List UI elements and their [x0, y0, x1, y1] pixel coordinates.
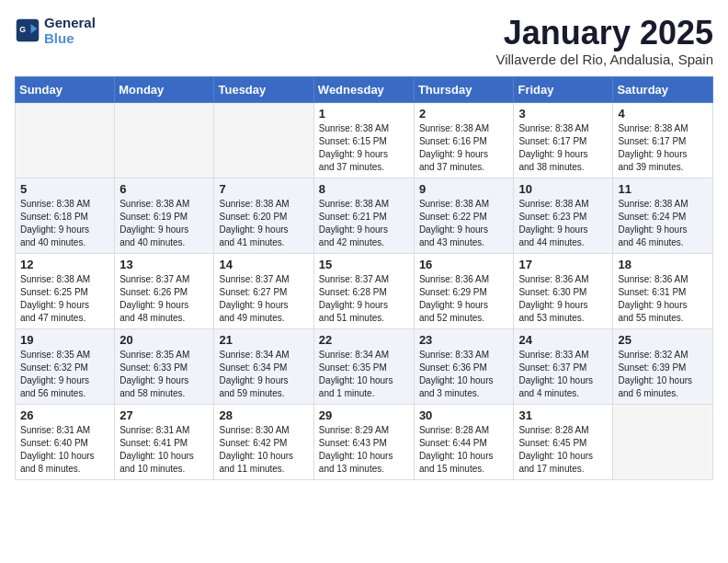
day-number: 29	[319, 408, 409, 422]
calendar-day-cell: 29Sunrise: 8:29 AM Sunset: 6:43 PM Dayli…	[313, 404, 414, 479]
calendar-day-cell: 6Sunrise: 8:38 AM Sunset: 6:19 PM Daylig…	[115, 178, 214, 253]
day-number: 19	[20, 333, 109, 347]
day-info: Sunrise: 8:38 AM Sunset: 6:17 PM Dayligh…	[518, 122, 608, 174]
day-info: Sunrise: 8:31 AM Sunset: 6:41 PM Dayligh…	[119, 424, 209, 476]
calendar-week-row: 12Sunrise: 8:38 AM Sunset: 6:25 PM Dayli…	[16, 253, 713, 328]
calendar-day-cell: 23Sunrise: 8:33 AM Sunset: 6:36 PM Dayli…	[414, 328, 514, 404]
day-number: 21	[219, 333, 308, 347]
day-info: Sunrise: 8:38 AM Sunset: 6:24 PM Dayligh…	[618, 198, 708, 249]
day-info: Sunrise: 8:37 AM Sunset: 6:27 PM Dayligh…	[219, 273, 308, 325]
day-number: 31	[518, 408, 608, 422]
day-info: Sunrise: 8:35 AM Sunset: 6:33 PM Dayligh…	[119, 349, 209, 400]
calendar-week-row: 1Sunrise: 8:38 AM Sunset: 6:15 PM Daylig…	[16, 102, 713, 178]
logo-icon: G	[15, 17, 40, 43]
svg-text:G: G	[19, 25, 26, 34]
weekday-header-saturday: Saturday	[613, 76, 713, 102]
day-info: Sunrise: 8:30 AM Sunset: 6:42 PM Dayligh…	[219, 424, 308, 476]
calendar-day-cell: 26Sunrise: 8:31 AM Sunset: 6:40 PM Dayli…	[16, 404, 115, 479]
day-number: 30	[419, 408, 509, 422]
day-info: Sunrise: 8:37 AM Sunset: 6:26 PM Dayligh…	[119, 273, 209, 325]
day-info: Sunrise: 8:34 AM Sunset: 6:35 PM Dayligh…	[319, 349, 409, 400]
day-info: Sunrise: 8:38 AM Sunset: 6:15 PM Dayligh…	[319, 122, 409, 174]
day-info: Sunrise: 8:38 AM Sunset: 6:25 PM Dayligh…	[20, 273, 109, 325]
day-info: Sunrise: 8:28 AM Sunset: 6:45 PM Dayligh…	[518, 424, 608, 476]
calendar-day-cell: 21Sunrise: 8:34 AM Sunset: 6:34 PM Dayli…	[214, 328, 313, 404]
weekday-header-wednesday: Wednesday	[313, 76, 414, 102]
calendar-week-row: 5Sunrise: 8:38 AM Sunset: 6:18 PM Daylig…	[16, 178, 713, 253]
calendar-day-cell: 4Sunrise: 8:38 AM Sunset: 6:17 PM Daylig…	[613, 102, 713, 178]
day-number: 4	[618, 107, 708, 121]
calendar-day-cell: 16Sunrise: 8:36 AM Sunset: 6:29 PM Dayli…	[414, 253, 514, 328]
calendar-day-cell: 27Sunrise: 8:31 AM Sunset: 6:41 PM Dayli…	[115, 404, 214, 479]
calendar-day-cell: 10Sunrise: 8:38 AM Sunset: 6:23 PM Dayli…	[514, 178, 613, 253]
calendar-day-cell: 31Sunrise: 8:28 AM Sunset: 6:45 PM Dayli…	[514, 404, 613, 479]
day-info: Sunrise: 8:28 AM Sunset: 6:44 PM Dayligh…	[419, 424, 509, 476]
day-number: 28	[219, 408, 308, 422]
day-number: 11	[618, 182, 708, 196]
calendar-empty-cell	[214, 102, 313, 178]
calendar-day-cell: 1Sunrise: 8:38 AM Sunset: 6:15 PM Daylig…	[313, 102, 414, 178]
logo: G General Blue	[15, 15, 96, 46]
day-info: Sunrise: 8:38 AM Sunset: 6:16 PM Dayligh…	[419, 122, 509, 174]
calendar-day-cell: 20Sunrise: 8:35 AM Sunset: 6:33 PM Dayli…	[115, 328, 214, 404]
day-info: Sunrise: 8:36 AM Sunset: 6:30 PM Dayligh…	[518, 273, 608, 325]
day-number: 8	[319, 182, 409, 196]
day-number: 17	[518, 258, 608, 271]
calendar-day-cell: 17Sunrise: 8:36 AM Sunset: 6:30 PM Dayli…	[514, 253, 613, 328]
weekday-header-monday: Monday	[115, 76, 214, 102]
day-info: Sunrise: 8:33 AM Sunset: 6:36 PM Dayligh…	[419, 349, 509, 400]
weekday-header-row: SundayMondayTuesdayWednesdayThursdayFrid…	[16, 76, 713, 102]
day-number: 16	[419, 258, 509, 271]
calendar-day-cell: 22Sunrise: 8:34 AM Sunset: 6:35 PM Dayli…	[313, 328, 414, 404]
calendar-day-cell: 9Sunrise: 8:38 AM Sunset: 6:22 PM Daylig…	[414, 178, 514, 253]
day-number: 1	[319, 107, 409, 121]
day-number: 2	[419, 107, 509, 121]
weekday-header-sunday: Sunday	[16, 76, 115, 102]
day-info: Sunrise: 8:38 AM Sunset: 6:23 PM Dayligh…	[518, 198, 608, 249]
day-number: 13	[119, 258, 209, 271]
day-number: 24	[518, 333, 608, 347]
day-number: 27	[119, 408, 209, 422]
calendar-week-row: 19Sunrise: 8:35 AM Sunset: 6:32 PM Dayli…	[16, 328, 713, 404]
day-info: Sunrise: 8:38 AM Sunset: 6:22 PM Dayligh…	[419, 198, 509, 249]
day-info: Sunrise: 8:34 AM Sunset: 6:34 PM Dayligh…	[219, 349, 308, 400]
calendar-week-row: 26Sunrise: 8:31 AM Sunset: 6:40 PM Dayli…	[16, 404, 713, 479]
calendar-day-cell: 2Sunrise: 8:38 AM Sunset: 6:16 PM Daylig…	[414, 102, 514, 178]
calendar-day-cell: 24Sunrise: 8:33 AM Sunset: 6:37 PM Dayli…	[514, 328, 613, 404]
title-block: January 2025 Villaverde del Rio, Andalus…	[495, 15, 713, 67]
day-number: 23	[419, 333, 509, 347]
logo-text: General Blue	[44, 15, 96, 46]
day-number: 25	[618, 333, 708, 347]
weekday-header-friday: Friday	[514, 76, 613, 102]
day-number: 3	[518, 107, 608, 121]
calendar-day-cell: 5Sunrise: 8:38 AM Sunset: 6:18 PM Daylig…	[16, 178, 115, 253]
location: Villaverde del Rio, Andalusia, Spain	[495, 52, 713, 67]
calendar: SundayMondayTuesdayWednesdayThursdayFrid…	[15, 76, 713, 480]
day-number: 7	[219, 182, 308, 196]
calendar-day-cell: 14Sunrise: 8:37 AM Sunset: 6:27 PM Dayli…	[214, 253, 313, 328]
day-info: Sunrise: 8:37 AM Sunset: 6:28 PM Dayligh…	[319, 273, 409, 325]
page-header: G General Blue January 2025 Villaverde d…	[15, 15, 713, 67]
calendar-day-cell: 28Sunrise: 8:30 AM Sunset: 6:42 PM Dayli…	[214, 404, 313, 479]
day-info: Sunrise: 8:33 AM Sunset: 6:37 PM Dayligh…	[518, 349, 608, 400]
day-info: Sunrise: 8:38 AM Sunset: 6:21 PM Dayligh…	[319, 198, 409, 249]
day-info: Sunrise: 8:35 AM Sunset: 6:32 PM Dayligh…	[20, 349, 109, 400]
day-info: Sunrise: 8:36 AM Sunset: 6:29 PM Dayligh…	[419, 273, 509, 325]
day-number: 20	[119, 333, 209, 347]
calendar-empty-cell	[613, 404, 713, 479]
day-info: Sunrise: 8:32 AM Sunset: 6:39 PM Dayligh…	[618, 349, 708, 400]
day-info: Sunrise: 8:31 AM Sunset: 6:40 PM Dayligh…	[20, 424, 109, 476]
calendar-day-cell: 12Sunrise: 8:38 AM Sunset: 6:25 PM Dayli…	[16, 253, 115, 328]
day-info: Sunrise: 8:38 AM Sunset: 6:17 PM Dayligh…	[618, 122, 708, 174]
day-info: Sunrise: 8:38 AM Sunset: 6:19 PM Dayligh…	[119, 198, 209, 249]
calendar-day-cell: 11Sunrise: 8:38 AM Sunset: 6:24 PM Dayli…	[613, 178, 713, 253]
day-info: Sunrise: 8:29 AM Sunset: 6:43 PM Dayligh…	[319, 424, 409, 476]
month-title: January 2025	[495, 15, 713, 52]
day-number: 22	[319, 333, 409, 347]
calendar-day-cell: 8Sunrise: 8:38 AM Sunset: 6:21 PM Daylig…	[313, 178, 414, 253]
calendar-day-cell: 18Sunrise: 8:36 AM Sunset: 6:31 PM Dayli…	[613, 253, 713, 328]
day-number: 10	[518, 182, 608, 196]
day-number: 9	[419, 182, 509, 196]
day-info: Sunrise: 8:38 AM Sunset: 6:18 PM Dayligh…	[20, 198, 109, 249]
calendar-day-cell: 3Sunrise: 8:38 AM Sunset: 6:17 PM Daylig…	[514, 102, 613, 178]
